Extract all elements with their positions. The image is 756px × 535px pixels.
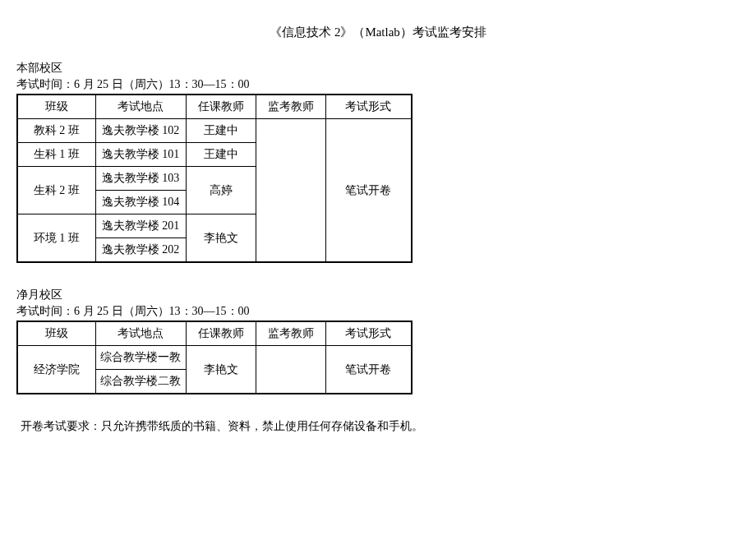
section-main-campus: 本部校区 考试时间：6 月 25 日（周六）13：30—15：00 班级 考试地…: [16, 61, 740, 263]
header-format: 考试形式: [325, 321, 412, 346]
header-teacher: 任课教师: [186, 95, 256, 119]
cell-format: 笔试开卷: [325, 119, 412, 263]
cell-class: 环境 1 班: [17, 214, 95, 263]
table-row: 教科 2 班 逸夫教学楼 102 王建中 笔试开卷: [17, 119, 412, 143]
cell-proctor: [256, 119, 325, 263]
cell-teacher: 李艳文: [186, 346, 256, 394]
cell-teacher: 王建中: [186, 143, 256, 167]
cell-location: 逸夫教学楼 103: [95, 167, 186, 191]
cell-class: 教科 2 班: [17, 119, 95, 143]
cell-class: 经济学院: [17, 346, 95, 394]
schedule-table-main: 班级 考试地点 任课教师 监考教师 考试形式 教科 2 班 逸夫教学楼 102 …: [16, 94, 413, 263]
cell-teacher: 王建中: [186, 119, 256, 143]
cell-format: 笔试开卷: [325, 346, 412, 394]
campus-name-main: 本部校区: [16, 61, 740, 76]
header-teacher: 任课教师: [186, 321, 256, 346]
table-header-row: 班级 考试地点 任课教师 监考教师 考试形式: [17, 321, 412, 346]
cell-location: 逸夫教学楼 202: [95, 238, 186, 263]
exam-time-main: 考试时间：6 月 25 日（周六）13：30—15：00: [16, 77, 740, 92]
campus-name-jingyue: 净月校区: [16, 288, 740, 302]
cell-location: 逸夫教学楼 102: [95, 119, 186, 143]
table-header-row: 班级 考试地点 任课教师 监考教师 考试形式: [17, 95, 412, 119]
header-class: 班级: [17, 321, 95, 346]
cell-teacher: 李艳文: [186, 214, 256, 263]
cell-proctor: [256, 346, 325, 394]
cell-location: 逸夫教学楼 201: [95, 214, 186, 238]
cell-class: 生科 1 班: [17, 143, 95, 167]
cell-location: 综合教学楼一教: [95, 346, 186, 370]
cell-class: 生科 2 班: [17, 167, 95, 214]
footer-note: 开卷考试要求：只允许携带纸质的书籍、资料，禁止使用任何存储设备和手机。: [16, 419, 740, 434]
document-title: 《信息技术 2》（Matlab）考试监考安排: [16, 25, 740, 40]
cell-teacher: 高婷: [186, 167, 256, 214]
section-jingyue-campus: 净月校区 考试时间：6 月 25 日（周六）13：30—15：00 班级 考试地…: [16, 288, 740, 394]
cell-location: 逸夫教学楼 101: [95, 143, 186, 167]
header-proctor: 监考教师: [256, 95, 325, 119]
header-class: 班级: [17, 95, 95, 119]
table-row: 经济学院 综合教学楼一教 李艳文 笔试开卷: [17, 346, 412, 370]
header-location: 考试地点: [95, 321, 186, 346]
schedule-table-jingyue: 班级 考试地点 任课教师 监考教师 考试形式 经济学院 综合教学楼一教 李艳文 …: [16, 321, 413, 394]
cell-location: 逸夫教学楼 104: [95, 191, 186, 214]
header-location: 考试地点: [95, 95, 186, 119]
cell-location: 综合教学楼二教: [95, 370, 186, 394]
header-proctor: 监考教师: [256, 321, 325, 346]
header-format: 考试形式: [325, 95, 412, 119]
exam-time-jingyue: 考试时间：6 月 25 日（周六）13：30—15：00: [16, 304, 740, 319]
